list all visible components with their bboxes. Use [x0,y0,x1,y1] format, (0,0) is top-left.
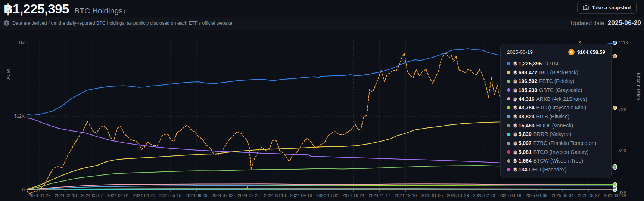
series-marker-TOTAL [613,41,617,45]
updated-date-value: 2025-06-20 [607,19,641,27]
tooltip-entry-value: ฿ 43,784 [513,105,534,111]
tooltip-entry-label: BTCO (Invesco Galaxy) [533,149,589,155]
tooltip-entry-value: ฿ 38,823 [513,114,534,120]
legend-dot-icon [507,142,510,145]
series-marker-FBTC [613,164,617,168]
left-tick-label: 0 [22,187,25,192]
left-axis-title: AUM [6,69,11,80]
legend-dot-icon [507,88,510,92]
x-tick-label: 2025-01-05 [421,193,443,198]
x-tick-label: 2024-12-10 [395,193,417,198]
left-tick-label: 1M [18,40,25,46]
legend-dot-icon [507,106,510,109]
total-holdings-value: ฿1,225,395 [4,1,69,16]
page-header: ฿1,225,395 BTC Holdings› [4,1,126,16]
right-tick-label: 79K [619,107,626,112]
tooltip-entry-value: ฿ 5,081 [513,149,532,155]
x-tick-label: 2024-04-23 [133,193,155,198]
chevron-right-icon: › [124,7,126,15]
tooltip-row: ฿ 683,472IBIT (BlackRock) [507,68,605,77]
tooltip-row: ฿ 196,592FBTC (Fidelity) [507,77,605,86]
tooltip-price: $104,658.59 [577,49,605,55]
camera-icon [583,5,589,10]
x-tick-label: 2025-05-27 [578,193,600,198]
tooltip-entry-label: GBTC (Grayscale) [539,87,582,93]
legend-dot-icon [507,159,510,163]
tooltip-entry-value: ฿ 185,230 [513,87,537,93]
x-tick-label: 2024-05-15 [159,193,181,198]
tooltip-entry-value: ฿ 683,472 [513,69,537,75]
x-tick-label: 2024-08-18 [264,193,286,198]
x-tick-label: 2024-04-01 [107,193,129,198]
x-tick-label: 2024-07-25 [238,193,260,198]
tooltip-row: ฿ 44,316ARKB (Ark 21Shares) [507,95,605,103]
snapshot-label: Take a snapshot [592,5,631,10]
x-tick-label: 2024-07-02 [212,193,234,198]
series-marker-IBIT [613,106,617,110]
tooltip-price-row: ฿ $104,658.59 [568,49,605,55]
right-axis-title: Bitcoin Price [636,73,641,100]
take-snapshot-button[interactable]: Take a snapshot [577,1,637,14]
tooltip-header: 2025-06-19 ฿ $104,658.59 [507,47,605,57]
series-marker-BTC-PRICE [613,54,617,58]
tooltip-row: ฿ 185,230GBTC (Grayscale) [507,86,605,95]
tooltip-entry-value: ฿ 134 [513,167,527,173]
tooltip-date: 2025-06-19 [507,49,533,55]
updated-date-label: Updated date [570,20,604,26]
tooltip-row: ฿ 5,839BRRR (Valkyrie) [507,130,605,139]
x-tick-label: 2024-10-24 [342,193,364,198]
tooltip-entry-label: BRRR (Valkyrie) [533,131,572,137]
tooltip-entry-value: ฿ 1,225,395 [513,61,542,67]
x-tick-label: 2024-02-13 [55,193,77,198]
tooltip-entry-value: ฿ 196,592 [513,78,537,84]
legend-dot-icon [507,97,510,100]
tooltip-row: ฿ 1,564BTCW (WisdomTree) [507,157,605,166]
x-tick-label: 2024-03-07 [81,193,103,198]
tooltip-entry-value: ฿ 1,564 [513,158,532,164]
x-tick-label: 2025-04-09 [525,193,547,198]
data-notice: ! Data are derived from the daily-report… [4,20,234,26]
tooltip-row: ฿ 15,463HODL (VanEck) [507,121,605,130]
tooltip-entry-label: HODL (VanEck) [536,123,573,129]
legend-dot-icon [507,115,510,118]
tooltip-entry-label: BITB (Bitwise) [536,114,569,120]
tooltip-entry-label: IBIT (BlackRock) [539,69,578,75]
tooltip-entry-label: BTCW (WisdomTree) [533,158,583,164]
tooltip-row: ฿ 5,081BTCO (Invesco Galaxy) [507,148,605,157]
bitcoin-icon: ฿ [568,49,575,55]
tooltip-entry-label: BTC (Grayscale Mini) [536,105,586,111]
legend-dot-icon [507,133,510,136]
x-tick-label: 2025-03-18 [499,193,521,198]
tooltip-entry-label: ARKB (Ark 21Shares) [536,96,587,102]
x-tick-label: 2024-06-09 [186,193,208,198]
x-tick-label: 2025-02-23 [473,193,495,198]
x-tick-label: 2024-11-17 [369,193,391,198]
tooltip-entry-label: DEFI (Hashdex) [529,167,566,173]
right-tick-label: 59K [619,148,626,154]
legend-dot-icon [507,124,510,127]
page-title[interactable]: BTC Holdings› [74,6,126,15]
tooltip-rows: ฿ 1,225,395TOTAL฿ 683,472IBIT (BlackRock… [507,59,605,174]
updated-date: Updated date 2025-06-20 [570,19,641,27]
right-tick-label: 39K [619,190,626,195]
tooltip-row: ฿ 134DEFI (Hashdex) [507,165,605,174]
chart-tooltip: 2025-06-19 ฿ $104,658.59 ฿ 1,225,395TOTA… [500,44,612,178]
left-tick-label: 612K [14,114,25,119]
tooltip-entry-value: ฿ 5,097 [513,140,532,146]
tooltip-row: ฿ 43,784BTC (Grayscale Mini) [507,103,605,112]
series-marker-BTC-MINI [613,183,617,186]
legend-dot-icon [507,62,510,65]
x-tick-label: 2024-10-02 [316,193,338,198]
legend-dot-icon [507,150,510,154]
tooltip-entry-value: ฿ 44,316 [513,96,534,102]
x-tick-label: 2024-01-22 [29,193,51,198]
tooltip-row: ฿ 38,823BITB (Bitwise) [507,112,605,121]
legend-dot-icon [507,80,510,83]
tooltip-entry-value: ฿ 15,463 [513,123,534,129]
tooltip-entry-label: FBTC (Fidelity) [539,78,574,84]
x-tick-label: 2025-01-29 [447,193,469,198]
tooltip-entry-value: ฿ 5,839 [513,131,532,137]
tooltip-row: ฿ 5,097EZBC (Franklin Templeton) [507,139,605,148]
info-icon: ! [4,20,9,26]
legend-dot-icon [507,168,510,171]
